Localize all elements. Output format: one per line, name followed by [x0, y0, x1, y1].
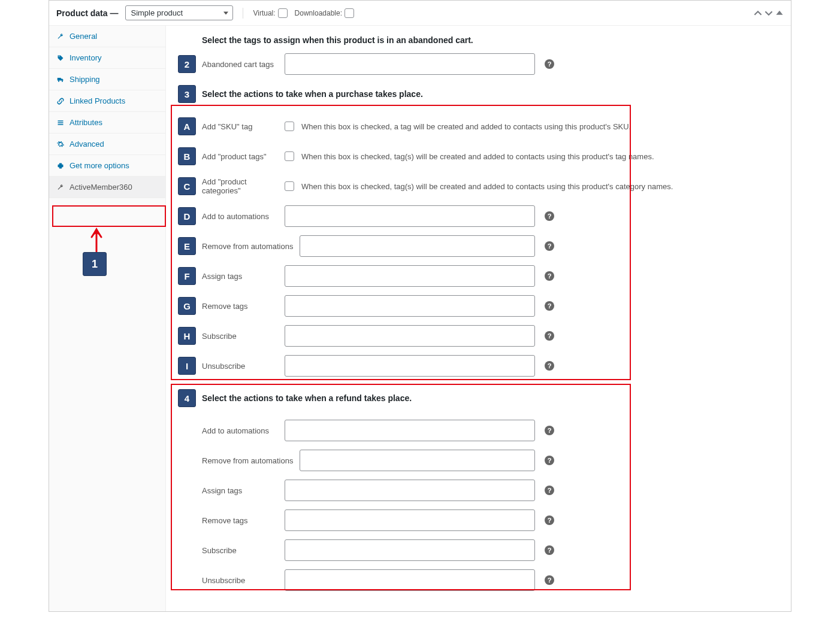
refund-assign-tags-input[interactable] [285, 480, 535, 501]
help-icon[interactable]: ? [545, 426, 554, 435]
wrench-icon [56, 32, 65, 41]
move-down-icon[interactable] [765, 9, 773, 17]
panel-header: Product data — Simple product Virtual: D… [49, 1, 791, 26]
purchase-add-autom-label: Add to automations [202, 212, 280, 221]
tab-activemember360[interactable]: ActiveMember360 [49, 177, 165, 198]
annotation-badge-2: 2 [178, 55, 196, 73]
tab-get-more-options[interactable]: Get more options [49, 155, 165, 177]
product-type-select[interactable]: Simple product [125, 5, 233, 20]
purchase-assign-tags-label: Assign tags [202, 272, 280, 281]
tab-general[interactable]: General [49, 26, 165, 47]
help-icon[interactable]: ? [545, 515, 554, 525]
move-up-icon[interactable] [754, 9, 762, 17]
annotation-badge-B: B [178, 147, 196, 165]
tab-label: ActiveMember360 [70, 183, 132, 192]
sidebar-tabs: General Inventory Shipping Linked Produc… [49, 26, 166, 611]
annotation-badge-I: I [178, 357, 196, 375]
link-icon [56, 97, 65, 105]
purchase-subscribe-input[interactable] [285, 325, 535, 347]
toggle-panel-icon[interactable] [775, 9, 784, 17]
truck-icon [56, 75, 65, 84]
help-icon[interactable]: ? [545, 331, 554, 341]
purchase-remove-tags-input[interactable] [285, 295, 535, 317]
add-prodtags-label: Add "product tags" [202, 152, 280, 161]
gear-icon [56, 140, 65, 148]
abandoned-tags-input[interactable] [285, 53, 535, 75]
help-icon[interactable]: ? [545, 241, 554, 251]
purchase-add-autom-input[interactable] [285, 205, 535, 227]
annotation-badge-F: F [178, 267, 196, 285]
add-cats-desc: When this box is checked, tag(s) will be… [301, 182, 673, 191]
annotation-badge-C: C [178, 177, 196, 195]
refund-assign-tags-label: Assign tags [202, 486, 280, 495]
purchase-remove-autom-label: Remove from automations [202, 242, 295, 251]
help-icon[interactable]: ? [545, 301, 554, 311]
abandoned-section-heading: Select the tags to assign when this prod… [178, 35, 779, 45]
refund-subscribe-label: Subscribe [202, 546, 280, 555]
tab-label: Shipping [70, 75, 100, 84]
tab-content: Select the tags to assign when this prod… [166, 26, 791, 611]
virtual-checkbox[interactable] [278, 8, 288, 18]
tab-linked-products[interactable]: Linked Products [49, 90, 165, 112]
tab-label: Linked Products [70, 96, 125, 105]
product-data-panel: Product data — Simple product Virtual: D… [49, 0, 791, 612]
puzzle-icon [56, 162, 65, 170]
refund-add-autom-input[interactable] [285, 420, 535, 441]
help-icon[interactable]: ? [545, 545, 554, 555]
tag-icon [56, 54, 65, 62]
refund-subscribe-input[interactable] [285, 539, 535, 561]
refund-remove-autom-label: Remove from automations [202, 456, 295, 465]
tab-label: Attributes [70, 118, 102, 127]
purchase-remove-tags-label: Remove tags [202, 302, 280, 311]
help-icon[interactable]: ? [545, 486, 554, 495]
annotation-badge-H: H [178, 327, 196, 345]
downloadable-label: Downloadable: [295, 9, 342, 17]
abandoned-tags-label: Abandoned cart tags [202, 60, 280, 69]
downloadable-checkbox[interactable] [345, 8, 354, 18]
refund-unsubscribe-label: Unsubscribe [202, 576, 280, 585]
tab-label: General [70, 32, 97, 41]
annotation-badge-4: 4 [178, 389, 196, 407]
virtual-label: Virtual: [253, 9, 275, 17]
add-cats-checkbox[interactable] [285, 181, 294, 191]
list-icon [56, 119, 65, 127]
refund-section-heading: Select the actions to take when a refund… [202, 393, 412, 403]
help-icon[interactable]: ? [545, 271, 554, 281]
tab-advanced[interactable]: Advanced [49, 134, 165, 155]
tab-inventory[interactable]: Inventory [49, 47, 165, 69]
purchase-remove-autom-input[interactable] [300, 235, 535, 257]
annotation-badge-D: D [178, 207, 196, 225]
help-icon[interactable]: ? [545, 575, 554, 585]
annotation-badge-G: G [178, 297, 196, 315]
tab-label: Get more options [70, 161, 129, 170]
add-prodtags-checkbox[interactable] [285, 151, 294, 161]
tab-shipping[interactable]: Shipping [49, 69, 165, 90]
add-sku-desc: When this box is checked, a tag will be … [301, 122, 631, 131]
purchase-section-heading: Select the actions to take when a purcha… [202, 89, 423, 99]
purchase-subscribe-label: Subscribe [202, 332, 280, 341]
add-sku-checkbox[interactable] [285, 122, 294, 131]
panel-body: General Inventory Shipping Linked Produc… [49, 26, 791, 611]
add-prodtags-desc: When this box is checked, tag(s) will be… [301, 152, 654, 161]
refund-add-autom-label: Add to automations [202, 426, 280, 435]
separator [243, 8, 243, 19]
add-sku-label: Add "SKU" tag [202, 122, 280, 131]
annotation-badge-A: A [178, 117, 196, 135]
tab-label: Advanced [70, 139, 104, 148]
refund-remove-autom-input[interactable] [300, 450, 535, 471]
help-icon[interactable]: ? [545, 361, 554, 371]
refund-unsubscribe-input[interactable] [285, 569, 535, 591]
refund-remove-tags-input[interactable] [285, 509, 535, 531]
help-icon[interactable]: ? [545, 59, 554, 69]
purchase-unsubscribe-input[interactable] [285, 355, 535, 377]
purchase-unsubscribe-label: Unsubscribe [202, 362, 280, 371]
help-icon[interactable]: ? [545, 456, 554, 465]
purchase-assign-tags-input[interactable] [285, 265, 535, 287]
annotation-badge-E: E [178, 237, 196, 255]
refund-remove-tags-label: Remove tags [202, 516, 280, 525]
help-icon[interactable]: ? [545, 211, 554, 221]
add-cats-label: Add "product categories" [202, 177, 280, 195]
wrench-icon [56, 183, 65, 192]
annotation-badge-3: 3 [178, 85, 196, 103]
tab-attributes[interactable]: Attributes [49, 112, 165, 134]
